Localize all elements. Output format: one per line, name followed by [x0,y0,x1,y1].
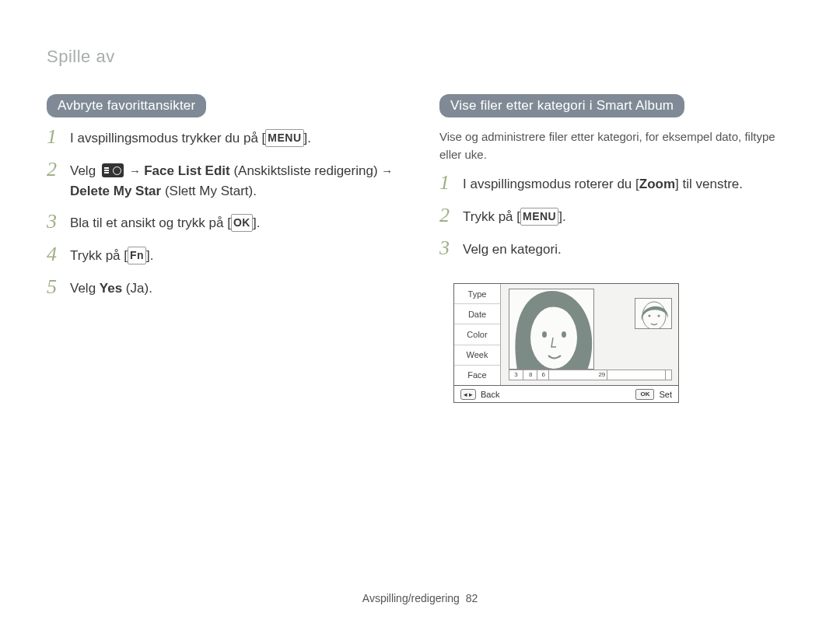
step-text: Bla til et ansikt og trykk på [ [70,215,231,230]
step-number: 1 [47,127,70,147]
svg-point-5 [658,315,660,317]
step-2: 2 Trykk på [MENU]. [439,207,793,227]
step-text: ]. [146,248,153,263]
set-label: Set [659,390,672,399]
right-column: Vise filer etter kategori i Smart Album … [439,94,793,403]
camera-screen: Type Date Color Week Face [453,283,679,403]
step-text: I avspillingsmodus roterer du [ [463,177,639,191]
svg-point-4 [649,315,651,317]
section-heading-smart-album: Vise filer etter kategori i Smart Album [439,94,684,117]
step-text: Velg en kategori. [463,240,793,260]
step-number: 3 [439,238,463,258]
timeline-label: 3 [514,371,517,378]
menu-option: Yes [100,281,122,296]
step-text: Velg [70,281,100,296]
step-4: 4 Trykk på [Fn]. [47,246,401,266]
step-text: I avspillingsmodus trykker du på [ [70,131,265,145]
step-text: Trykk på [ [70,248,128,263]
category-item-color[interactable]: Color [454,324,500,345]
menu-button-label: MENU [265,129,303,147]
timeline-label: 8 [529,371,532,378]
step-text: (Ja). [122,281,152,296]
step-5: 5 Velg Yes (Ja). [47,278,401,299]
menu-path: Delete My Star [70,184,161,198]
category-item-week[interactable]: Week [454,345,500,366]
menu-button-label: MENU [520,208,558,226]
zoom-label: Zoom [639,177,675,191]
camera-settings-icon [102,163,124,177]
footer-page-number: 82 [466,592,478,604]
fn-button-label: Fn [128,247,146,264]
step-text: ] til venstre. [675,177,743,191]
category-item-face[interactable]: Face [454,366,500,385]
svg-point-0 [530,306,577,369]
category-item-date[interactable]: Date [454,304,500,324]
timeline-label: 29 [598,371,605,378]
page-footer: Avspilling/redigering 82 [0,592,840,604]
step-2: 2 Velg → Face List Edit (Anskiktsliste r… [47,161,401,201]
step-text: Velg [70,163,100,178]
ok-icon: OK [635,389,654,400]
arrow-icon: → [381,164,393,177]
camera-footer: ◂ ▸ Back OK Set [454,385,678,402]
step-1: 1 I avspillingsmodus trykker du på [MENU… [47,128,401,149]
step-number: 4 [47,244,70,264]
step-3: 3 Bla til et ansikt og trykk på [OK]. [47,213,401,233]
step-text: ]. [558,209,565,224]
left-column: Avbryte favorittansikter 1 I avspillings… [47,94,401,403]
step-number: 2 [47,159,70,180]
face-thumbnail-small [635,298,672,329]
menu-path: Face List Edit [144,163,230,178]
step-number: 5 [47,277,70,297]
category-item-type[interactable]: Type [454,284,500,304]
svg-point-2 [562,331,566,338]
svg-point-1 [542,331,547,338]
step-text: (Slett My Start). [161,184,257,198]
step-number: 1 [439,173,463,193]
step-text: (Anskiktsliste redigering) [230,163,382,178]
arrow-icon: → [126,164,144,177]
preview-pane: 3 8 6 29 [501,284,678,385]
section-heading-cancel-favorites: Avbryte favorittansikter [47,94,206,117]
step-3: 3 Velg en kategori. [439,240,793,260]
step-1: 1 I avspillingsmodus roterer du [Zoom] t… [439,174,793,194]
face-thumbnail-large [509,289,594,370]
timeline-label: 6 [542,371,545,378]
step-text: Trykk på [ [463,209,520,224]
page-header: Spille av [47,47,793,67]
footer-section: Avspilling/redigering [362,592,460,604]
nav-arrows-icon: ◂ ▸ [460,389,476,400]
step-number: 2 [439,205,463,226]
category-list: Type Date Color Week Face [454,284,501,385]
back-label: Back [481,390,499,399]
step-text: ]. [253,215,260,230]
section-lead: Vise og administrere filer etter kategor… [439,128,793,163]
step-number: 3 [47,212,70,232]
timeline: 3 8 6 29 [509,370,672,380]
ok-button-label: OK [231,214,253,232]
step-text: ]. [304,131,311,145]
